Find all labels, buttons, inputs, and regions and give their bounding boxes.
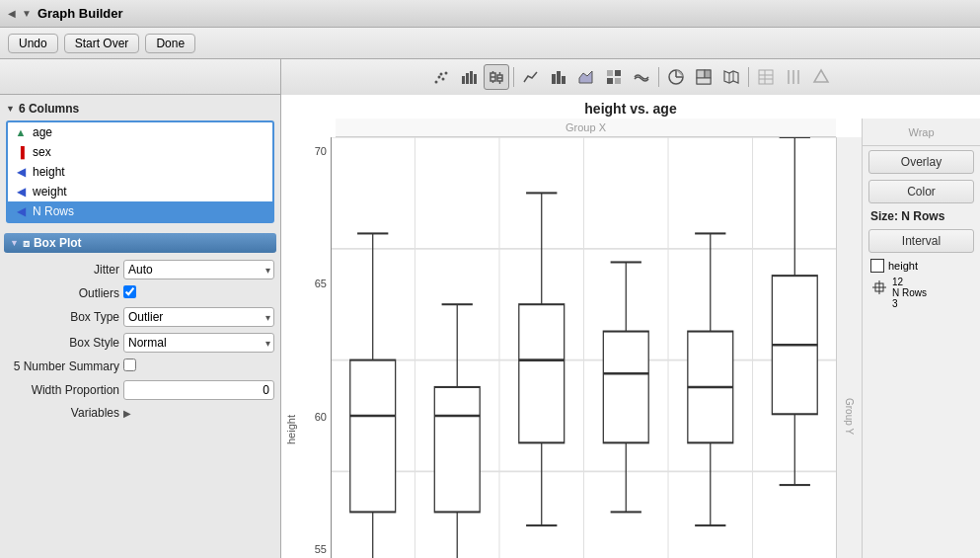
col-name-age: age [33,125,52,139]
legend-nrows-icon [870,279,888,298]
plot-svg [332,137,836,558]
boxtype-control[interactable]: Outlier Quantile [123,307,274,327]
histogram-icon[interactable] [456,64,482,90]
svg-rect-69 [519,304,565,442]
jitter-select[interactable]: Auto None All [123,260,274,279]
boxstyle-label: Box Style [6,336,119,350]
chart-title: height vs. age [281,95,980,119]
plot-canvas [331,137,836,558]
svg-rect-30 [705,70,711,78]
col-item-height[interactable]: ◀ height [8,162,272,182]
boxplot-header-icon: ⧈ [23,237,30,250]
boxplot-age12 [350,233,396,558]
undo-button[interactable]: Undo [8,34,58,53]
overlay-button[interactable]: Overlay [868,150,974,174]
col-name-nrows: N Rows [33,204,74,218]
line-icon[interactable] [518,64,544,90]
toolbar: Undo Start Over Done [0,28,980,59]
outliers-label: Outliers [6,286,119,300]
props-table: Jitter Auto None All Outliers [4,257,276,423]
boxplot-age13 [434,304,480,558]
columns-section: ▼ 6 Columns ▲ age ▐ sex ◀ height ◀ [0,95,280,229]
col-item-age[interactable]: ▲ age [8,122,272,142]
boxplot-age14 [519,193,565,525]
legend-nrows-12: 12 [892,277,927,287]
outliers-checkbox[interactable] [123,285,136,298]
parallel-icon[interactable] [781,64,806,90]
network2-icon[interactable] [808,64,834,90]
boxplot-title: Box Plot [34,236,82,250]
start-over-button[interactable]: Start Over [64,34,140,53]
boxplot-header[interactable]: ▼ ⧈ Box Plot [4,233,276,253]
svg-rect-21 [607,70,613,76]
title-arrow-icon: ◀ [8,8,16,19]
fivenum-checkbox[interactable] [123,359,136,371]
legend-nrows: 12 N Rows 3 [870,277,972,309]
variables-arrow-icon: ▶ [123,408,131,419]
area-icon[interactable] [573,64,599,90]
boxstyle-control[interactable]: Normal Notched [123,333,274,353]
svg-point-2 [441,78,444,81]
legend-nrows-3: 3 [892,298,927,309]
map-icon[interactable] [718,64,744,90]
color-button[interactable]: Color [868,180,974,203]
columns-list: ▲ age ▐ sex ◀ height ◀ weight ◀ N Rows [6,120,274,223]
svg-rect-19 [562,76,565,84]
done-button[interactable]: Done [145,34,195,53]
pie-icon[interactable] [663,64,689,90]
scatter-icon[interactable] [428,64,454,90]
app-title: Graph Builder [38,6,972,21]
widthprop-label: Width Proportion [6,383,119,397]
y-tick-70: 70 [315,145,327,157]
heatmap-icon[interactable] [601,64,627,90]
col-item-sex[interactable]: ▐ sex [8,142,272,162]
boxplot-icon[interactable] [484,64,509,90]
svg-rect-5 [462,76,465,84]
y-axis-ticks: 70 65 60 55 50 [301,137,331,558]
col-name-sex: sex [33,145,51,159]
boxplot-age17 [772,137,817,485]
boxplot-age15 [603,262,648,512]
variables-control[interactable]: ▶ [123,406,274,420]
chart-container: height vs. age Group X height [281,95,980,558]
table-icon[interactable] [753,64,779,90]
svg-point-1 [437,76,440,79]
widthprop-control[interactable] [123,380,274,400]
stream-icon[interactable] [629,64,654,90]
jitter-control[interactable]: Auto None All [123,260,274,279]
boxplot-section: ▼ ⧈ Box Plot Jitter Auto None All [0,229,280,558]
legend-height-label: height [888,260,918,272]
columns-header: ▼ 6 Columns [4,99,276,119]
svg-rect-8 [474,74,477,84]
group-y-label: Group Y [836,137,862,558]
svg-marker-20 [579,71,592,83]
left-panel: ▼ 6 Columns ▲ age ▐ sex ◀ height ◀ [0,95,281,558]
boxtype-label: Box Type [6,310,119,324]
col-name-weight: weight [33,185,67,199]
treemap-icon[interactable] [691,64,716,90]
outliers-row: Outliers [4,282,276,304]
boxstyle-select[interactable]: Normal Notched [123,333,274,353]
bar-icon[interactable] [546,64,571,90]
svg-point-4 [439,73,442,76]
sex-type-icon: ▐ [14,145,28,159]
svg-rect-31 [697,78,711,84]
columns-count: 6 Columns [19,102,79,116]
col-item-weight[interactable]: ◀ weight [8,182,272,201]
legend-area: height 12 N Rows [863,255,980,317]
widthprop-input[interactable] [123,380,274,400]
nrows-type-icon: ◀ [14,204,28,218]
age-type-icon: ▲ [14,125,28,139]
y-tick-60: 60 [315,411,327,423]
svg-rect-35 [759,70,773,84]
jitter-row: Jitter Auto None All [4,257,276,282]
boxplot-triangle-icon: ▼ [10,238,19,248]
boxtype-select[interactable]: Outlier Quantile [123,307,274,327]
boxplot-age16 [688,233,733,525]
y-tick-65: 65 [315,278,327,289]
right-panel: Wrap Overlay Color Size: N Rows Interval… [862,119,980,558]
interval-button[interactable]: Interval [868,229,974,253]
svg-rect-23 [607,78,613,84]
col-item-nrows[interactable]: ◀ N Rows [8,201,272,221]
svg-rect-63 [434,387,480,512]
